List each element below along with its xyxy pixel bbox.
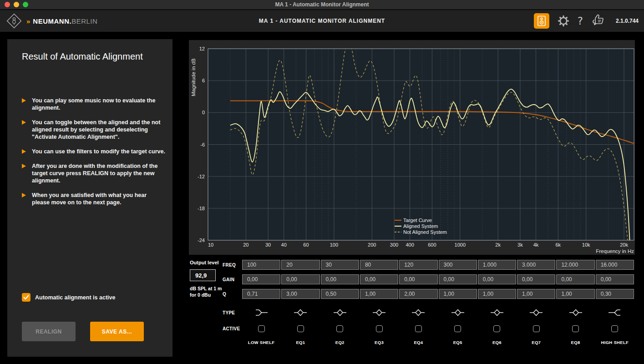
bell-icon [490,308,504,318]
eq-type-selector[interactable] [281,308,319,318]
eq-active-cell [517,325,555,332]
eq-active-cell [281,325,319,332]
eq-type-selector[interactable] [478,308,516,318]
eq-active-cell [399,325,437,332]
instruction-item: You can use the filters to modify the ta… [22,148,166,155]
eq-q-cell[interactable]: 0,50 [321,289,359,299]
alignment-active-row: Automatic alignment is active [22,293,115,302]
eq-active-checkbox[interactable] [258,325,265,332]
save-as-button[interactable]: SAVE AS... [90,322,144,341]
eq-q-cell[interactable]: 0,30 [596,289,634,299]
settings-button[interactable] [557,15,570,27]
eq-gain-cell[interactable]: 0,00 [439,274,477,284]
eq-active-checkbox[interactable] [493,325,500,332]
eq-freq-cell[interactable]: 3.000 [517,260,555,270]
eq-freq-cell[interactable]: 30 [321,260,359,270]
eq-freq-cell[interactable]: 1.000 [478,260,516,270]
eq-active-checkbox[interactable] [297,325,304,332]
eq-type-selector[interactable] [439,308,477,318]
eq-gain-cell[interactable]: 0,00 [321,274,359,284]
feedback-button[interactable] [591,14,606,28]
instruction-text: You can toggle between the aligned and t… [32,119,166,141]
x-tick-label: 100 [330,242,338,248]
eq-q-cell[interactable]: 2,00 [399,289,437,299]
low-shelf-icon [254,308,268,318]
eq-q-row: Q 0,713,000,501,002,001,001,001,001,000,… [223,289,634,299]
output-level-input[interactable]: 92,9 [190,269,216,281]
eq-active-checkbox[interactable] [336,325,343,332]
bell-icon [451,308,465,318]
eq-freq-cell[interactable]: 80 [360,260,398,270]
realign-button[interactable]: REALIGN [22,322,76,341]
frequency-response-chart: 1260-6-12-18-241020304060100200300400600… [189,40,635,255]
eq-freq-cell[interactable]: 20 [281,260,319,270]
y-tick-label: 12 [199,46,205,51]
eq-q-cell[interactable]: 0,71 [242,289,280,299]
eq-gain-cell[interactable]: 0,00 [517,274,555,284]
x-tick-label: 6k [555,242,561,248]
eq-freq-cell[interactable]: 12.000 [556,260,594,270]
y-tick-label: 0 [202,110,205,115]
eq-type-selector[interactable] [399,308,437,318]
alignment-active-checkbox[interactable] [22,293,30,302]
bullet-triangle-icon [22,119,32,141]
x-tick-label: 600 [428,242,436,248]
help-button[interactable]: ? [578,15,583,27]
eq-q-cell[interactable]: 1,00 [556,289,594,299]
eq-freq-row: FREQ 1002030801203001.0003.00012.00016.0… [223,260,634,270]
x-tick-label: 400 [406,242,414,248]
eq-q-cell[interactable]: 1,00 [478,289,516,299]
x-tick-label: 40 [281,242,287,248]
eq-freq-cell[interactable]: 100 [242,260,280,270]
eq-gain-cell[interactable]: 0,00 [281,274,319,284]
bell-icon [294,308,307,318]
bullet-triangle-icon [22,148,32,155]
eq-active-checkbox[interactable] [611,325,618,332]
eq-type-selector[interactable] [360,308,398,318]
bell-icon [529,308,543,318]
legend-label: Not Aligned System [403,229,447,235]
eq-gain-cell[interactable]: 0,00 [360,274,398,284]
eq-gain-cell[interactable]: 0,00 [556,274,594,284]
x-tick-label: 30 [265,242,271,248]
app-header: » NEUMANN.BERLIN MA 1 - AUTOMATIC MONITO… [0,10,644,32]
x-tick-label: 3k [517,242,523,248]
eq-active-checkbox[interactable] [415,325,422,332]
eq-type-selector[interactable] [556,308,594,318]
eq-gain-cell[interactable]: 0,00 [242,274,280,284]
eq-active-checkbox[interactable] [533,325,540,332]
eq-active-cell [439,325,477,332]
q-row-label: Q [223,292,242,297]
x-tick-label: 10k [582,242,590,248]
eq-active-checkbox[interactable] [454,325,461,332]
x-tick-label: 60 [303,242,309,248]
high-shelf-icon [608,308,622,318]
eq-gain-cell[interactable]: 0,00 [596,274,634,284]
gain-row-label: GAIN [223,277,242,282]
eq-q-cell[interactable]: 1,00 [360,289,398,299]
eq-type-selector[interactable] [596,308,634,318]
legend-label: Aligned System [403,223,438,229]
eq-type-selector[interactable] [321,308,359,318]
x-tick-label: 20 [243,242,248,248]
active-row-label: ACTIVE [223,326,242,331]
x-tick-label: 20k [620,242,628,248]
eq-type-selector[interactable] [517,308,555,318]
y-tick-label: 6 [202,78,205,83]
eq-freq-cell[interactable]: 16.000 [596,260,634,270]
eq-q-cell[interactable]: 1,00 [517,289,555,299]
eq-freq-cell[interactable]: 120 [399,260,437,270]
eq-gain-cell[interactable]: 0,00 [478,274,516,284]
eq-type-selector[interactable] [242,308,280,318]
monitor-setup-button[interactable] [534,13,549,29]
eq-q-cell[interactable]: 1,00 [439,289,477,299]
eq-gain-cell[interactable]: 0,00 [399,274,437,284]
eq-freq-cell[interactable]: 300 [439,260,477,270]
eq-active-checkbox[interactable] [572,325,579,332]
eq-band-label: EQ7 [517,340,555,345]
freq-row-label: FREQ [223,263,242,268]
eq-q-cell[interactable]: 3,00 [281,289,319,299]
eq-active-checkbox[interactable] [376,325,383,332]
instruction-text: When you are satisfied with what you hea… [32,192,166,206]
window-titlebar: MA 1 - Automatic Monitor Alignment [0,0,644,10]
